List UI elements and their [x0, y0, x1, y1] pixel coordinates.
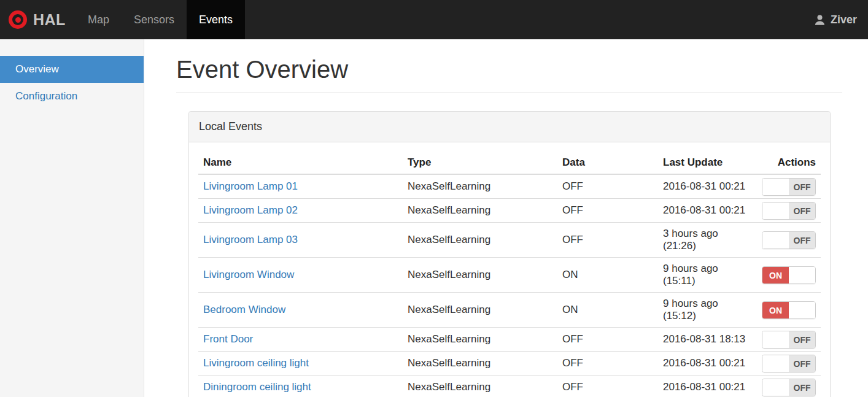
power-toggle[interactable]: OFF	[762, 178, 816, 196]
user-menu[interactable]: Ziver	[814, 0, 868, 39]
event-name-link[interactable]: Livingroom Lamp 03	[203, 234, 298, 245]
panel-body: NameTypeDataLast UpdateActions Livingroo…	[189, 142, 830, 397]
event-name-link[interactable]: Livingroom Lamp 01	[203, 180, 298, 192]
event-data-cell: OFF	[557, 174, 658, 199]
column-header-type: Type	[403, 152, 557, 174]
event-actions-cell: OFF	[756, 328, 821, 352]
event-actions-cell: OFF	[756, 174, 821, 199]
event-last-update-cell: 2016-08-31 00:21	[658, 199, 756, 223]
toggle-state-label: OFF	[789, 232, 815, 249]
event-name-cell: Bedroom Window	[198, 293, 403, 328]
power-toggle[interactable]: ON	[762, 301, 816, 319]
sidebar-nav: OverviewConfiguration	[0, 56, 144, 110]
event-name-cell: Livingroom Window	[198, 258, 403, 293]
top-navbar: HAL MapSensorsEvents Ziver	[0, 0, 868, 39]
power-toggle[interactable]: OFF	[762, 231, 816, 249]
toggle-state-label: OFF	[789, 331, 815, 348]
toggle-state-label: OFF	[789, 355, 815, 372]
main-content: Event Overview Local Events NameTypeData…	[144, 39, 868, 397]
column-header-name: Name	[198, 152, 403, 174]
nav-item-events[interactable]: Events	[187, 0, 245, 39]
event-name-link[interactable]: Front Door	[203, 333, 253, 345]
event-name-link[interactable]: Diningroom ceiling light	[203, 381, 311, 393]
toggle-knob	[762, 331, 789, 348]
event-name-cell: Livingroom Lamp 03	[198, 223, 403, 258]
event-last-update-cell: 9 hours ago (15:11)	[658, 258, 756, 293]
sidebar-item-overview[interactable]: Overview	[0, 56, 144, 83]
event-name-cell: Livingroom Lamp 01	[198, 174, 403, 199]
toggle-state-label: ON	[762, 267, 789, 283]
nav-item-sensors[interactable]: Sensors	[122, 0, 187, 39]
table-row: Livingroom Lamp 03NexaSelfLearningOFF3 h…	[198, 223, 821, 258]
panel-title: Local Events	[189, 112, 830, 142]
events-table: NameTypeDataLast UpdateActions Livingroo…	[198, 152, 821, 397]
power-toggle[interactable]: ON	[762, 266, 816, 284]
event-actions-cell: OFF	[756, 223, 821, 258]
toggle-state-label: ON	[762, 302, 789, 318]
events-table-body: Livingroom Lamp 01NexaSelfLearningOFF201…	[198, 174, 821, 397]
event-last-update-cell: 9 hours ago (15:12)	[658, 293, 756, 328]
navbar-items: MapSensorsEvents	[76, 0, 245, 39]
page-title: Event Overview	[176, 56, 842, 83]
event-name-link[interactable]: Livingroom ceiling light	[203, 357, 309, 369]
event-data-cell: ON	[557, 258, 658, 293]
toggle-knob	[762, 232, 789, 249]
bullseye-icon-core	[15, 17, 21, 23]
power-toggle[interactable]: OFF	[762, 331, 816, 349]
column-header-actions: Actions	[756, 152, 821, 174]
sidebar: OverviewConfiguration	[0, 39, 144, 397]
nav-item-map[interactable]: Map	[76, 0, 122, 39]
column-header-data: Data	[557, 152, 658, 174]
event-name-link[interactable]: Bedroom Window	[203, 304, 285, 315]
event-actions-cell: OFF	[756, 199, 821, 223]
toggle-state-label: OFF	[789, 202, 815, 219]
event-name-cell: Livingroom ceiling light	[198, 352, 403, 376]
event-data-cell: OFF	[557, 199, 658, 223]
event-type-cell: NexaSelfLearning	[403, 352, 557, 376]
sidebar-item-configuration[interactable]: Configuration	[0, 83, 144, 110]
brand[interactable]: HAL	[0, 0, 76, 39]
event-name-link[interactable]: Livingroom Lamp 02	[203, 204, 298, 216]
column-header-update: Last Update	[658, 152, 756, 174]
table-row: Front DoorNexaSelfLearningOFF2016-08-31 …	[198, 328, 821, 352]
header-row: NameTypeDataLast UpdateActions	[198, 152, 821, 174]
toggle-knob	[762, 202, 789, 219]
event-actions-cell: ON	[756, 258, 821, 293]
event-name-cell: Diningroom ceiling light	[198, 376, 403, 397]
event-data-cell: OFF	[557, 328, 658, 352]
power-toggle[interactable]: OFF	[762, 202, 816, 220]
event-type-cell: NexaSelfLearning	[403, 293, 557, 328]
power-toggle[interactable]: OFF	[762, 379, 816, 396]
toggle-state-label: OFF	[789, 379, 815, 396]
power-toggle[interactable]: OFF	[762, 355, 816, 372]
event-actions-cell: OFF	[756, 352, 821, 376]
user-name: Ziver	[831, 13, 857, 26]
event-last-update-cell: 2016-08-31 00:21	[658, 174, 756, 199]
user-icon	[814, 14, 826, 26]
event-type-cell: NexaSelfLearning	[403, 258, 557, 293]
event-actions-cell: OFF	[756, 376, 821, 397]
toggle-knob	[789, 302, 815, 318]
event-type-cell: NexaSelfLearning	[403, 174, 557, 199]
event-type-cell: NexaSelfLearning	[403, 223, 557, 258]
bullseye-icon-ring	[12, 14, 23, 25]
event-type-cell: NexaSelfLearning	[403, 376, 557, 397]
bullseye-icon	[9, 10, 27, 29]
event-last-update-cell: 2016-08-31 00:21	[658, 376, 756, 397]
event-name-link[interactable]: Livingroom Window	[203, 269, 294, 280]
table-row: Bedroom WindowNexaSelfLearningON9 hours …	[198, 293, 821, 328]
local-events-panel: Local Events NameTypeDataLast UpdateActi…	[188, 111, 831, 397]
event-data-cell: OFF	[557, 223, 658, 258]
event-actions-cell: ON	[756, 293, 821, 328]
toggle-knob	[762, 355, 789, 372]
toggle-knob	[762, 179, 789, 195]
event-last-update-cell: 3 hours ago (21:26)	[658, 223, 756, 258]
brand-label: HAL	[33, 11, 66, 29]
event-data-cell: OFF	[557, 352, 658, 376]
toggle-state-label: OFF	[789, 179, 815, 195]
table-row: Livingroom Lamp 01NexaSelfLearningOFF201…	[198, 174, 821, 199]
toggle-knob	[789, 267, 815, 283]
event-data-cell: ON	[557, 293, 658, 328]
event-name-cell: Livingroom Lamp 02	[198, 199, 403, 223]
event-type-cell: NexaSelfLearning	[403, 328, 557, 352]
